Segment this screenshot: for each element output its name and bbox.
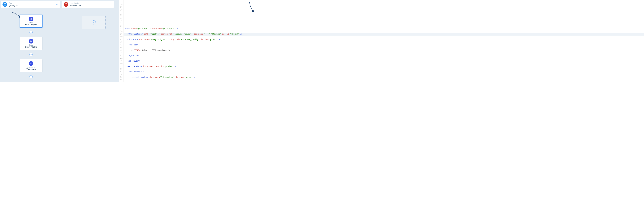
add-node-button[interactable]: + — [30, 75, 33, 78]
connector-line — [31, 50, 31, 53]
line-number: 56 — [119, 78, 122, 81]
node-type-label: Listener — [28, 22, 34, 24]
line-number: 41 — [119, 38, 122, 41]
node-type-label: Select — [29, 44, 33, 46]
line-number: 37 — [119, 27, 122, 30]
node-type-label: Transform — [27, 66, 35, 68]
add-node-button[interactable]: + — [30, 31, 33, 34]
line-number: 45 — [119, 49, 122, 51]
svg-point-7 — [30, 40, 32, 41]
line-number: 55 — [119, 76, 122, 78]
dropzone-add[interactable]: + — [82, 16, 106, 29]
svg-point-3 — [66, 5, 66, 5]
connector-line — [31, 34, 31, 37]
line-number: 52 — [119, 68, 122, 70]
line-number: 53 — [119, 70, 122, 73]
line-number: 48 — [119, 57, 122, 60]
line-number: 34 — [119, 19, 122, 22]
chevron-down-icon[interactable] — [56, 3, 58, 5]
database-icon — [29, 39, 34, 43]
line-number: 32 — [119, 14, 122, 17]
line-number: 29 — [119, 6, 122, 8]
line-number: 50 — [119, 62, 122, 65]
code-editor[interactable]: <flow name="getFlights" doc:name="getFli… — [124, 0, 644, 82]
app-root: Flow getFlights errorHandler errorHandle… — [0, 0, 644, 82]
line-number: 49 — [119, 60, 122, 62]
line-number: 40 — [119, 35, 122, 38]
flow-header-card[interactable]: Flow getFlights — [1, 1, 60, 8]
line-number: 36 — [119, 25, 122, 27]
line-number: 44 — [119, 46, 122, 49]
node-name-label: Transform — [26, 68, 36, 70]
node-select[interactable]: Select Query Flights — [20, 37, 42, 50]
flow-icon — [2, 2, 7, 7]
connector-line — [31, 72, 31, 75]
line-number: 54 — [119, 73, 122, 76]
annotation-arrow-code — [249, 2, 254, 13]
error-type-label: errorHandler — [70, 2, 82, 4]
line-number: 33 — [119, 17, 122, 19]
node-transform[interactable]: Transform Transform — [20, 59, 42, 72]
error-handler-card[interactable]: errorHandler errorHandler — [62, 1, 114, 8]
line-number: 30 — [119, 9, 122, 11]
line-number: 39 — [119, 33, 122, 35]
transform-icon — [29, 61, 34, 66]
add-node-button[interactable]: + — [30, 53, 33, 56]
canvas-header-row: Flow getFlights errorHandler errorHandle… — [1, 1, 118, 8]
line-number: 47 — [119, 54, 122, 57]
line-number: 42 — [119, 41, 122, 43]
line-number: 31 — [119, 11, 122, 14]
error-icon — [64, 2, 68, 7]
code-pane: 2728293031323334353637383940414243444546… — [119, 0, 644, 82]
plus-icon: + — [92, 20, 96, 24]
line-number: 57 — [119, 81, 122, 82]
connector-line — [31, 56, 31, 59]
line-number: 46 — [119, 52, 122, 54]
canvas-pane: Flow getFlights errorHandler errorHandle… — [0, 0, 119, 82]
node-listener[interactable]: Listener HTTP /flights — [20, 14, 42, 28]
line-number: 35 — [119, 22, 122, 25]
line-number: 43 — [119, 43, 122, 46]
error-name-label: errorHandler — [70, 4, 82, 7]
flow-header-labels: Flow getFlights — [9, 2, 18, 7]
connector-line — [31, 28, 31, 31]
line-number: 28 — [119, 3, 122, 6]
node-name-label: HTTP /flights — [25, 24, 37, 26]
node-name-label: Query Flights — [25, 46, 37, 48]
globe-icon — [29, 17, 34, 21]
flow-type-label: Flow — [9, 2, 18, 4]
line-number: 51 — [119, 65, 122, 68]
error-handler-labels: errorHandler errorHandler — [70, 2, 82, 7]
line-number: 38 — [119, 30, 122, 33]
line-number: 27 — [119, 0, 122, 3]
flow-name-label: getFlights — [9, 4, 18, 7]
flow-nodes-column: Listener HTTP /flights + Select Query Fl… — [20, 14, 42, 78]
line-number-gutter: 2728293031323334353637383940414243444546… — [119, 0, 124, 82]
